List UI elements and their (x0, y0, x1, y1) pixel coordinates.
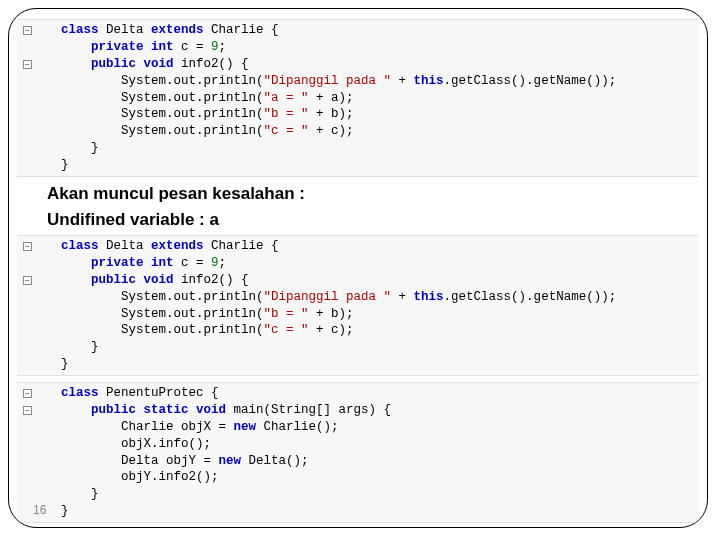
gutter: − (23, 276, 61, 285)
slide-frame: − class Delta extends Charlie { private … (8, 8, 708, 528)
code-line: } (17, 339, 699, 356)
code-line: private int c = 9; (17, 39, 699, 56)
code-line: } (17, 503, 699, 520)
code-line: System.out.println("c = " + c); (17, 322, 699, 339)
code-line: Delta objY = new Delta(); (17, 453, 699, 470)
code-line: System.out.println("b = " + b); (17, 306, 699, 323)
code-line: − class Delta extends Charlie { (17, 238, 699, 255)
error-caption-line2: Undifined variable : a (47, 209, 699, 231)
code-line: − public void info2() { (17, 56, 699, 73)
fold-minus-icon: − (23, 276, 32, 285)
fold-minus-icon: − (23, 406, 32, 415)
code-line: } (17, 157, 699, 174)
code-text: class (61, 22, 99, 39)
code-line: } (17, 140, 699, 157)
code-line: } (17, 486, 699, 503)
fold-minus-icon: − (23, 242, 32, 251)
gutter: − (23, 60, 61, 69)
code-line: System.out.println("a = " + a); (17, 90, 699, 107)
gutter: − (23, 26, 61, 35)
code-line: − public void info2() { (17, 272, 699, 289)
code-block-2: − class Delta extends Charlie { private … (17, 235, 699, 376)
code-line: Charlie objX = new Charlie(); (17, 419, 699, 436)
gutter: − (23, 242, 61, 251)
code-line: − class PenentuProtec { (17, 385, 699, 402)
page-number: 16 (33, 503, 46, 517)
code-line: objX.info(); (17, 436, 699, 453)
code-line: System.out.println("c = " + c); (17, 123, 699, 140)
code-block-3: − class PenentuProtec { − public static … (17, 382, 699, 523)
code-line: − class Delta extends Charlie { (17, 22, 699, 39)
error-caption-line1: Akan muncul pesan kesalahan : (47, 183, 699, 205)
gutter: − (23, 406, 61, 415)
code-line: System.out.println("Dipanggil pada " + t… (17, 289, 699, 306)
code-line: private int c = 9; (17, 255, 699, 272)
code-line: − public static void main(String[] args)… (17, 402, 699, 419)
fold-minus-icon: − (23, 26, 32, 35)
code-line: System.out.println("b = " + b); (17, 106, 699, 123)
code-block-1: − class Delta extends Charlie { private … (17, 19, 699, 177)
code-line: System.out.println("Dipanggil pada " + t… (17, 73, 699, 90)
code-line: } (17, 356, 699, 373)
fold-minus-icon: − (23, 389, 32, 398)
fold-minus-icon: − (23, 60, 32, 69)
code-line: objY.info2(); (17, 469, 699, 486)
gutter: − (23, 389, 61, 398)
